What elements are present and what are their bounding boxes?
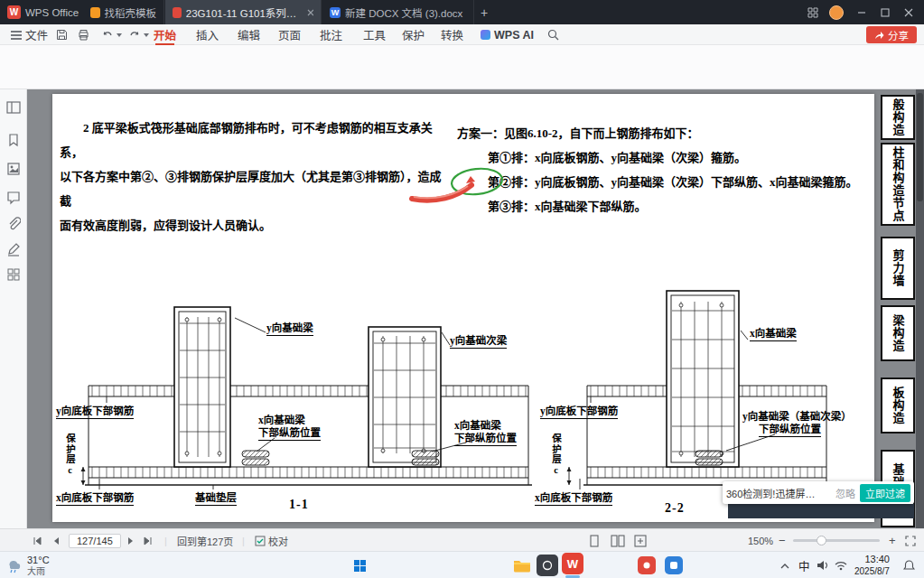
label-x-slab-rebar-2: x向底板下部钢筋 [535, 489, 612, 506]
word-file-icon: W [330, 7, 341, 18]
tab-convert[interactable]: 转换 [437, 24, 467, 45]
docx-document-tab[interactable]: W 新建 DOCX 文档 (3).docx [322, 0, 474, 24]
network-icon[interactable] [835, 552, 847, 578]
proofread-button[interactable]: 校对 [255, 529, 288, 552]
tab-home[interactable]: 开始 [150, 24, 180, 45]
pdf-file-icon [173, 7, 182, 18]
status-next-page-icon[interactable] [126, 529, 135, 552]
label-y-slab-rebar-1: y向底板下部钢筋 [56, 403, 134, 419]
scrollbar-thumb[interactable] [917, 93, 923, 201]
pdf-page: 2 底平梁板式筏形基础底部钢筋排布时，可不考虑钢筋的相互支承关系， 以下各方案中… [52, 94, 874, 522]
redo-icon[interactable] [125, 24, 153, 45]
signature-pen-icon[interactable] [6, 242, 21, 260]
tab-edit[interactable]: 编辑 [234, 24, 264, 45]
attachment-icon[interactable] [6, 217, 21, 235]
label-y-foundation-beam: y向基础梁 [266, 320, 313, 336]
proofread-icon [255, 536, 266, 546]
tray-chevron-icon[interactable] [780, 552, 789, 578]
taskbar-app-wps[interactable]: W [562, 552, 583, 578]
wps-home-tab[interactable]: W WPS Office [7, 0, 79, 24]
pdf-document-tab[interactable]: 23G101-11 G101系列图集常… [165, 0, 322, 24]
view-fit-icon[interactable] [634, 529, 647, 552]
popup-message: 360检测到!迅捷屏… [726, 486, 835, 500]
maximize-button[interactable] [873, 0, 897, 24]
share-button[interactable]: 分享 [866, 26, 917, 43]
save-icon[interactable] [52, 24, 71, 45]
tab-insert[interactable]: 插入 [192, 24, 222, 45]
label-cover-2: 保护层c [549, 434, 563, 476]
tab-tools[interactable]: 工具 [359, 24, 389, 45]
weather-widget[interactable]: 31°C 大雨 [5, 552, 50, 578]
edge-tab-beam: 梁构造 [881, 305, 915, 361]
statusbar: 127/145 | 回到第127页 | 校对 150% − [0, 528, 924, 551]
edge-tab-slab: 板构造 [881, 378, 915, 434]
label-x-foundation-beam: x向基础梁 [750, 325, 797, 341]
comment-icon[interactable] [6, 191, 21, 209]
edge-tab-shearwall: 剪力墙 [881, 237, 915, 300]
zoom-plus-button[interactable]: + [889, 529, 896, 552]
label-x-beam-pos2-line2: 下部纵筋位置 [454, 430, 517, 446]
tab-page[interactable]: 页面 [275, 24, 304, 45]
volume-icon[interactable] [817, 552, 829, 578]
print-icon[interactable] [74, 24, 93, 45]
view-single-icon[interactable] [589, 529, 600, 552]
docer-icon [90, 7, 100, 18]
label-cover-1: 保护层c [63, 434, 77, 476]
docer-template-tab[interactable]: 找稻壳模板 [83, 0, 164, 24]
panel-toggle-icon[interactable] [6, 100, 21, 118]
label-x-beam-pos1-line2: 下部纵筋位置 [258, 424, 321, 441]
new-tab-button[interactable]: + [481, 0, 488, 24]
ime-indicator[interactable]: 中 [798, 552, 810, 578]
status-last-page-icon[interactable] [143, 529, 153, 552]
thumbnail-icon[interactable] [6, 162, 21, 180]
status-prev-page-icon[interactable] [52, 529, 61, 552]
zoom-minus-button[interactable]: − [779, 529, 786, 552]
menubar-search-icon[interactable] [544, 24, 563, 45]
file-menu[interactable]: 文件 [7, 24, 51, 45]
minimize-button[interactable] [850, 0, 873, 24]
stamp-grid-icon[interactable] [6, 267, 21, 285]
back-to-page-link[interactable]: 回到第127页 [177, 529, 233, 552]
docx-tab-label: 新建 DOCX 文档 (3).docx [345, 5, 462, 20]
clock-widget[interactable]: 13:40 2025/8/7 [854, 552, 890, 578]
status-zoom-value: 150% [748, 529, 773, 552]
label-x-slab-rebar-1: x向底板下部钢筋 [56, 489, 134, 506]
rain-cloud-icon [5, 557, 23, 573]
workspace-grid-icon[interactable] [801, 0, 825, 24]
toolbar: 手型 选择 PDF转换 输出为图片 拆分合并 播放 150% [0, 45, 924, 89]
zoom-slider[interactable] [793, 529, 880, 552]
docer-tab-label: 找稻壳模板 [105, 5, 157, 20]
taskbar-app-icon-5[interactable] [665, 552, 683, 578]
status-first-page-icon[interactable] [33, 529, 42, 552]
undo-icon[interactable] [98, 24, 126, 45]
caption-section-2-2: 2-2 [665, 501, 685, 516]
status-page-indicator[interactable]: 127/145 [69, 529, 121, 552]
tab-comment[interactable]: 批注 [316, 24, 346, 45]
fullscreen-icon[interactable] [905, 529, 916, 552]
tab-protect[interactable]: 保护 [398, 24, 428, 45]
menubar: 文件 开始 插入 编辑 页面 批注 工具 保护 转换 WPS AI 分享 [0, 24, 924, 45]
construction-diagrams [52, 94, 874, 522]
zoom-slider-thumb[interactable] [817, 536, 826, 545]
close-button[interactable] [897, 0, 920, 24]
close-tab-icon[interactable] [307, 9, 313, 16]
start-button[interactable] [354, 552, 366, 578]
weather-desc: 大雨 [27, 566, 50, 577]
label-y-beam-pos-line2: 下部纵筋位置 [759, 421, 821, 437]
taskbar-app-icon-4[interactable] [638, 552, 656, 578]
document-area: 2 底平梁板式筏形基础底部钢筋排布时，可不考虑钢筋的相互支承关系， 以下各方案中… [0, 89, 924, 528]
caption-section-1-1: 1-1 [289, 498, 309, 512]
notification-bell-icon[interactable] [903, 552, 915, 578]
hamburger-icon [11, 31, 22, 40]
bookmark-icon[interactable] [6, 133, 21, 151]
popup-action-button[interactable]: 立即过滤 [860, 484, 910, 502]
edge-tab-general: 般构造 [881, 95, 915, 140]
view-double-icon[interactable] [611, 529, 625, 552]
popup-ignore-button[interactable]: 忽略 [835, 486, 855, 500]
tab-wps-ai[interactable]: WPS AI [477, 24, 537, 45]
taskbar-app-icon-2[interactable] [537, 552, 558, 578]
windows-logo-icon [354, 560, 366, 572]
taskbar-app-folder[interactable] [511, 552, 533, 578]
user-avatar[interactable] [825, 0, 848, 24]
security-popup: 360检测到!迅捷屏… 忽略 立即过滤 [723, 481, 914, 504]
